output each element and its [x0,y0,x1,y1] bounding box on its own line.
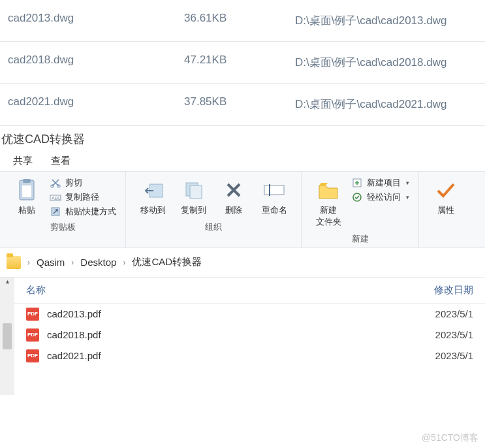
rename-icon [262,178,286,202]
group-label: 新建 [308,231,412,246]
file-size: 47.21KB [184,54,295,71]
copy-icon [181,178,205,202]
check-icon [434,178,458,202]
chevron-right-icon: › [71,258,74,267]
pdf-icon: PDF [26,308,39,321]
clipboard-icon [15,178,39,202]
paste-shortcut-button[interactable]: 粘贴快捷方式 [50,206,116,217]
table-row: cad2018.dwg 47.21KB D:\桌面\例子\cad\cad2018… [0,42,485,84]
file-size: 36.61KB [184,12,295,29]
chevron-down-icon: ▾ [406,194,409,200]
group-clipboard: 粘贴 剪切 ABC 复制路径 粘贴快捷方式 剪贴板 [0,172,126,248]
chevron-right-icon: › [123,258,125,267]
svg-rect-10 [190,185,202,199]
col-name[interactable]: 名称 [26,284,434,296]
chevron-right-icon: › [27,258,30,267]
column-headers[interactable]: 名称 修改日期 [14,278,485,304]
chevron-down-icon: ▾ [406,180,409,186]
file-name: cad2018.pdf [47,329,408,340]
pdf-icon: PDF [26,328,39,342]
scroll-up-icon[interactable]: ▴ [0,278,14,285]
copy-path-button[interactable]: ABC 复制路径 [50,191,116,203]
group-new: 新建 文件夹 新建项目▾ 轻松访问▾ 新建 [302,172,419,248]
path-icon: ABC [50,191,61,203]
easy-access-button[interactable]: 轻松访问▾ [351,191,409,203]
list-item[interactable]: PDF cad2018.pdf 2023/5/1 [14,325,485,345]
table-row: cad2013.dwg 36.61KB D:\桌面\例子\cad\cad2013… [0,0,485,42]
file-size: 37.85KB [184,95,295,113]
tab-view[interactable]: 查看 [51,155,70,167]
paste-button[interactable]: 粘贴 [7,176,47,219]
folder-icon [317,178,340,202]
file-path: D:\桌面\例子\cad\cad2018.dwg [295,54,477,71]
ribbon: 粘贴 剪切 ABC 复制路径 粘贴快捷方式 剪贴板 [0,171,485,248]
new-item-icon [351,177,363,189]
copy-to-button[interactable]: 复制到 [173,176,213,219]
delete-icon [222,178,245,202]
list-item[interactable]: PDF cad2021.pdf 2023/5/1 [14,345,485,366]
ribbon-tabs: 共享 查看 [0,150,485,171]
cut-button[interactable]: 剪切 [50,177,116,189]
breadcrumb-item[interactable]: Desktop [80,257,116,268]
folder-icon [7,256,21,269]
watermark: @51CTO博客 [422,432,478,444]
breadcrumb-item[interactable]: Qasim [37,257,65,268]
paste-label: 粘贴 [18,204,35,216]
file-path: D:\桌面\例子\cad\cad2013.dwg [295,12,477,29]
group-properties: 属性 [419,172,473,248]
delete-button[interactable]: 删除 [213,176,254,219]
file-name: cad2013.dwg [8,12,184,29]
easy-access-icon [351,191,363,203]
scissors-icon [50,177,61,189]
group-label: 剪贴板 [7,219,119,234]
file-explorer: ▴ 名称 修改日期 PDF cad2013.pdf 2023/5/1 PDF c… [0,277,485,395]
table-row: cad2021.dwg 37.85KB D:\桌面\例子\cad\cad2021… [0,84,485,125]
file-path: D:\桌面\例子\cad\cad2021.dwg [295,95,477,113]
new-item-button[interactable]: 新建项目▾ [351,177,409,189]
file-date: 2023/5/1 [408,350,473,361]
file-name: cad2013.pdf [47,308,408,319]
move-to-button[interactable]: 移动到 [133,176,173,219]
group-label: 组织 [133,219,294,234]
tab-share[interactable]: 共享 [13,155,33,167]
rename-button[interactable]: 重命名 [254,176,294,219]
file-name: cad2021.pdf [47,350,408,361]
list-item[interactable]: PDF cad2013.pdf 2023/5/1 [14,304,485,325]
properties-button[interactable]: 属性 [426,176,466,219]
breadcrumb-item[interactable]: 优速CAD转换器 [132,256,202,268]
group-organize: 移动到 复制到 删除 重命名 组织 [126,172,302,248]
file-date: 2023/5/1 [408,308,473,319]
pdf-icon: PDF [26,349,39,362]
svg-text:ABC: ABC [52,196,61,200]
svg-rect-11 [264,185,284,195]
svg-rect-2 [22,185,31,197]
scrollbar[interactable]: ▴ [0,278,14,395]
file-date: 2023/5/1 [408,329,473,340]
file-name: cad2018.dwg [8,54,184,71]
new-folder-button[interactable]: 新建 文件夹 [308,176,349,231]
file-name: cad2021.dwg [8,95,184,113]
move-icon [141,178,164,202]
window-title: 优速CAD转换器 [0,126,485,150]
shortcut-icon [50,206,61,217]
svg-rect-1 [23,179,31,183]
breadcrumb[interactable]: › Qasim › Desktop › 优速CAD转换器 [0,248,485,277]
scroll-thumb[interactable] [3,323,12,349]
source-file-table: cad2013.dwg 36.61KB D:\桌面\例子\cad\cad2013… [0,0,485,126]
col-date[interactable]: 修改日期 [434,284,473,296]
